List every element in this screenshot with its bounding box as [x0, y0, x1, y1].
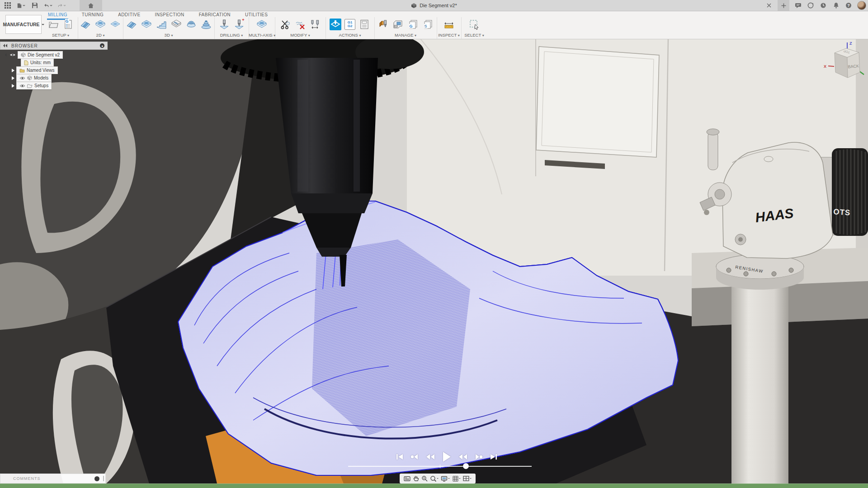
measure-icon[interactable]: [443, 19, 455, 30]
adaptive-clearing-icon[interactable]: [126, 19, 137, 30]
group-label-manage[interactable]: MANAGE ▾: [374, 33, 437, 38]
browser-header: BROWSER ●: [0, 42, 108, 50]
setup-sheet-icon[interactable]: [359, 19, 370, 30]
group-label-3d[interactable]: 3D ▾: [123, 33, 214, 38]
face-icon[interactable]: [109, 19, 121, 30]
browser-row-units[interactable]: Units: mm: [21, 59, 54, 66]
close-tab-icon[interactable]: [765, 1, 773, 9]
compare-tools-icon[interactable]: [309, 19, 321, 30]
group-label-drilling[interactable]: DRILLING ▾: [214, 33, 249, 38]
collapsed-arrow-icon[interactable]: [12, 84, 14, 88]
go-to-beginning-button[interactable]: [396, 454, 403, 460]
comments-icon[interactable]: [794, 1, 802, 9]
viewport-3d[interactable]: RENISHAW OTS HAAS Z X BACK TOP: [0, 39, 868, 483]
home-tab[interactable]: [80, 0, 102, 11]
comments-resize-handle[interactable]: [103, 476, 104, 481]
axis-z-label: Z: [849, 41, 852, 46]
steep-and-shallow-icon[interactable]: [156, 19, 167, 30]
visibility-eye-icon[interactable]: [9, 53, 16, 57]
parallel-icon[interactable]: [170, 19, 182, 30]
browser-row-setups[interactable]: Setups: [12, 82, 52, 89]
comments-bubble-icon[interactable]: [94, 476, 99, 481]
simulate-icon[interactable]: [330, 19, 341, 30]
redo-icon[interactable]: [58, 1, 66, 9]
collapse-panel-icon[interactable]: [3, 44, 8, 47]
group-label-modify[interactable]: MODIFY ▾: [275, 33, 326, 38]
simulation-timeline-slider[interactable]: [348, 466, 532, 467]
trim-toolpath-icon[interactable]: [279, 19, 291, 30]
step-backward-button[interactable]: [426, 454, 435, 460]
ribbon-toolbar: MILLING TURNING ADDITIVE INSPECTION FABR…: [0, 11, 868, 39]
fit-view-icon[interactable]: [404, 476, 410, 482]
expand-triangle-icon[interactable]: [5, 53, 8, 56]
group-label-select[interactable]: SELECT ▾: [461, 33, 487, 38]
collapsed-arrow-icon[interactable]: [12, 76, 14, 80]
browser-title: BROWSER: [11, 43, 96, 48]
create-nc-program-icon[interactable]: G: [62, 19, 74, 30]
group-label-2d[interactable]: 2D ▾: [78, 33, 123, 38]
titlebar-right-icons: ?: [765, 0, 866, 11]
delete-passes-icon[interactable]: [294, 19, 306, 30]
file-menu-icon[interactable]: [17, 1, 25, 9]
drill-add-icon[interactable]: +: [233, 19, 245, 30]
navigation-bar: [400, 474, 476, 483]
workspace-selector[interactable]: MANUFACTURE: [5, 15, 42, 34]
browser-item-label: Die Segment v2: [28, 52, 60, 57]
comments-bar[interactable]: COMMENTS: [0, 474, 106, 483]
scallop-icon[interactable]: [185, 19, 197, 30]
drill-icon[interactable]: [218, 19, 230, 30]
undo-icon[interactable]: [44, 1, 52, 9]
spiral-icon[interactable]: [200, 19, 212, 30]
help-icon[interactable]: ?: [844, 1, 853, 9]
machine-library-icon[interactable]: [392, 19, 404, 30]
new-setup-icon[interactable]: [47, 19, 59, 30]
timeline-tick: [440, 465, 440, 468]
previous-operation-button[interactable]: [410, 454, 419, 460]
group-label-actions[interactable]: ACTIONS ▾: [326, 33, 374, 38]
pan-hand-icon[interactable]: [413, 475, 419, 482]
next-operation-button[interactable]: [475, 454, 483, 460]
app-grid-icon[interactable]: [4, 1, 12, 9]
timeline-handle[interactable]: [463, 463, 469, 469]
document-title: Die Segment v2*: [420, 3, 457, 8]
templates-icon[interactable]: S: [422, 19, 434, 30]
group-label-multiaxis[interactable]: MULTI-AXIS ▾: [249, 33, 275, 38]
tool-library-icon[interactable]: [377, 19, 389, 30]
document-title-area: Die Segment v2*: [0, 0, 868, 11]
2d-adaptive-icon[interactable]: [80, 19, 91, 30]
viewports-icon[interactable]: [463, 476, 472, 481]
window-select-icon[interactable]: [468, 19, 480, 30]
collapsed-arrow-icon[interactable]: [12, 69, 14, 72]
notifications-bell-icon[interactable]: [832, 1, 840, 9]
post-library-icon[interactable]: G: [407, 19, 419, 30]
2d-pocket-icon[interactable]: [94, 19, 106, 30]
component-icon: [27, 75, 32, 80]
group-select: SELECT ▾: [461, 17, 487, 39]
play-button[interactable]: [442, 451, 451, 462]
visibility-eye-icon[interactable]: [19, 84, 25, 88]
group-modify: MODIFY ▾: [275, 17, 326, 39]
zoom-icon[interactable]: [421, 475, 428, 482]
go-to-end-button[interactable]: [490, 454, 497, 460]
browser-row-named-views[interactable]: Named Views: [12, 67, 58, 74]
browser-settings-icon[interactable]: ●: [100, 43, 104, 48]
visibility-eye-icon[interactable]: [19, 76, 25, 80]
post-process-icon[interactable]: G1G2: [344, 19, 355, 30]
display-settings-icon[interactable]: [441, 476, 450, 482]
profile-avatar[interactable]: [857, 1, 866, 10]
new-tab-icon[interactable]: [778, 0, 789, 11]
browser-row-root[interactable]: Die Segment v2: [5, 52, 63, 58]
pocket-clearing-icon[interactable]: [141, 19, 152, 30]
grid-and-snaps-icon[interactable]: [453, 476, 461, 482]
group-label-setup[interactable]: SETUP ▾: [43, 33, 78, 38]
step-forward-button[interactable]: [458, 454, 467, 460]
swarf-icon[interactable]: [256, 19, 268, 30]
browser-panel: BROWSER ● Die Segment v2 Units: mm Named…: [0, 42, 108, 50]
history-clock-icon[interactable]: [819, 1, 827, 9]
browser-item-label: Models: [34, 75, 48, 80]
save-icon[interactable]: [31, 1, 39, 9]
browser-row-models[interactable]: Models: [12, 75, 52, 81]
job-status-icon[interactable]: [807, 1, 815, 9]
group-label-inspect[interactable]: INSPECT ▾: [437, 33, 461, 38]
zoom-window-icon[interactable]: [430, 475, 439, 482]
